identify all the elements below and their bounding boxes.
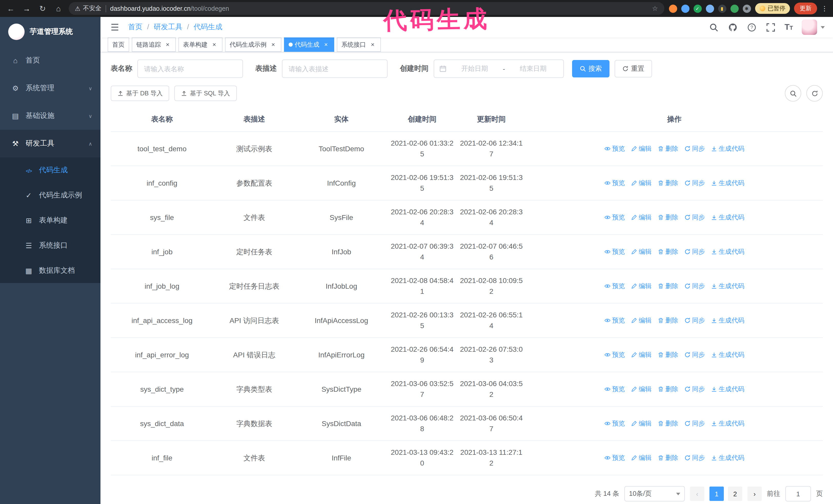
sync-link[interactable]: 同步 (684, 453, 705, 463)
generate-code-link[interactable]: 生成代码 (711, 315, 744, 326)
user-menu[interactable] (802, 20, 825, 35)
generate-code-link[interactable]: 生成代码 (711, 178, 744, 188)
users-extension-icon[interactable] (706, 4, 714, 13)
sidebar-item[interactable]: 系统接口 (0, 233, 100, 258)
sync-link[interactable]: 同步 (684, 212, 705, 223)
preview-link[interactable]: 预览 (604, 281, 625, 291)
prev-page-button[interactable]: ‹ (690, 486, 704, 501)
leaf-extension-icon[interactable] (730, 4, 738, 13)
generate-code-link[interactable]: 生成代码 (711, 350, 744, 360)
fullscreen-icon[interactable] (766, 22, 776, 32)
generate-code-link[interactable]: 生成代码 (711, 281, 744, 291)
tab[interactable]: 代码生成示例 × (225, 38, 281, 52)
generate-code-link[interactable]: 生成代码 (711, 384, 744, 394)
pinwheel-extension-icon[interactable]: ✱ (742, 4, 751, 13)
help-icon[interactable] (747, 22, 757, 32)
font-size-icon[interactable]: TT (785, 23, 793, 32)
search-toggle-button[interactable] (785, 85, 801, 101)
generate-code-link[interactable]: 生成代码 (711, 453, 744, 463)
page-number-button[interactable]: 2 (728, 486, 742, 501)
generate-code-link[interactable]: 生成代码 (711, 246, 744, 257)
sync-link[interactable]: 同步 (684, 143, 705, 154)
refresh-button[interactable] (806, 85, 823, 101)
sync-link[interactable]: 同步 (684, 178, 705, 188)
delete-link[interactable]: 删除 (658, 143, 678, 154)
table-desc-input[interactable] (282, 59, 387, 78)
delete-link[interactable]: 删除 (658, 315, 678, 326)
app-logo[interactable]: 芋道管理系统 (0, 17, 100, 47)
preview-link[interactable]: 预览 (604, 143, 625, 154)
page-number-button[interactable]: 1 (710, 486, 724, 501)
sidebar-item[interactable]: 研发工具 (0, 130, 100, 158)
edit-link[interactable]: 编辑 (631, 453, 651, 463)
preview-link[interactable]: 预览 (604, 453, 625, 463)
next-page-button[interactable]: › (747, 486, 762, 501)
sync-link[interactable]: 同步 (684, 246, 705, 257)
sync-link[interactable]: 同步 (684, 281, 705, 291)
bookmark-star-icon[interactable]: ☆ (652, 5, 658, 12)
edit-link[interactable]: 编辑 (631, 281, 651, 291)
sidebar-item[interactable]: 首页 (0, 47, 100, 74)
edit-link[interactable]: 编辑 (631, 384, 651, 394)
search-icon[interactable] (709, 22, 719, 32)
delete-link[interactable]: 删除 (658, 350, 678, 360)
breadcrumb-item[interactable]: 首页 (128, 23, 143, 32)
reset-button[interactable]: 重置 (615, 60, 652, 77)
date-range-picker[interactable]: 开始日期 - 结束日期 (434, 59, 564, 78)
delete-link[interactable]: 删除 (658, 178, 678, 188)
tab-close-icon[interactable]: × (164, 41, 171, 48)
edit-link[interactable]: 编辑 (631, 246, 651, 257)
address-bar[interactable]: ⚠ 不安全 dashboard.yudao.iocoder.cn/tool/co… (69, 2, 664, 15)
delete-link[interactable]: 删除 (658, 212, 678, 223)
sidebar-item[interactable]: 代码生成 (0, 158, 100, 183)
delete-link[interactable]: 删除 (658, 281, 678, 291)
tab[interactable]: 系统接口 × (337, 38, 381, 52)
sidebar-item[interactable]: 数据库文档 (0, 258, 100, 283)
browser-forward-icon[interactable]: → (21, 3, 32, 14)
edit-link[interactable]: 编辑 (631, 143, 651, 154)
tab-close-icon[interactable]: × (323, 41, 330, 48)
delete-link[interactable]: 删除 (658, 384, 678, 394)
edit-link[interactable]: 编辑 (631, 350, 651, 360)
paused-badge[interactable]: 已暂停 (755, 3, 790, 14)
browser-back-icon[interactable]: ← (5, 3, 17, 14)
edit-link[interactable]: 编辑 (631, 178, 651, 188)
sidebar-item[interactable]: 基础设施 (0, 102, 100, 130)
generate-code-link[interactable]: 生成代码 (711, 418, 744, 429)
check-extension-icon[interactable]: ✓ (693, 4, 701, 13)
tab[interactable]: 链路追踪 × (132, 38, 176, 52)
tab-close-icon[interactable]: × (211, 41, 218, 48)
edit-link[interactable]: 编辑 (631, 212, 651, 223)
sync-link[interactable]: 同步 (684, 384, 705, 394)
preview-link[interactable]: 预览 (604, 418, 625, 429)
breadcrumb-item[interactable]: 研发工具 (143, 23, 183, 32)
tab[interactable]: 首页 (108, 38, 129, 52)
preview-link[interactable]: 预览 (604, 246, 625, 257)
sync-link[interactable]: 同步 (684, 350, 705, 360)
sidebar-item[interactable]: 系统管理 (0, 74, 100, 102)
tab[interactable]: 表单构建 × (178, 38, 222, 52)
dev-extension-icon[interactable]: ▮ (718, 4, 726, 13)
breadcrumb-item[interactable]: 代码生成 (183, 23, 222, 32)
tab-close-icon[interactable]: × (369, 41, 376, 48)
delete-link[interactable]: 删除 (658, 246, 678, 257)
delete-link[interactable]: 删除 (658, 453, 678, 463)
sidebar-item[interactable]: 代码生成示例 (0, 183, 100, 208)
preview-link[interactable]: 预览 (604, 350, 625, 360)
browser-reload-icon[interactable]: ↻ (37, 3, 48, 14)
edit-link[interactable]: 编辑 (631, 418, 651, 429)
search-button[interactable]: 搜索 (572, 60, 610, 77)
tab-close-icon[interactable]: × (270, 41, 277, 48)
table-name-input[interactable] (137, 59, 243, 78)
import-sql-button[interactable]: 基于 SQL 导入 (174, 86, 237, 101)
tab[interactable]: 代码生成 × (284, 38, 334, 52)
preview-link[interactable]: 预览 (604, 315, 625, 326)
preview-link[interactable]: 预览 (604, 212, 625, 223)
sidebar-item[interactable]: 表单构建 (0, 208, 100, 233)
goto-page-input[interactable] (785, 486, 811, 501)
sidebar-toggle-icon[interactable] (109, 21, 121, 33)
sync-link[interactable]: 同步 (684, 418, 705, 429)
preview-link[interactable]: 预览 (604, 384, 625, 394)
import-db-button[interactable]: 基于 DB 导入 (111, 86, 169, 101)
fox-extension-icon[interactable] (669, 4, 677, 13)
